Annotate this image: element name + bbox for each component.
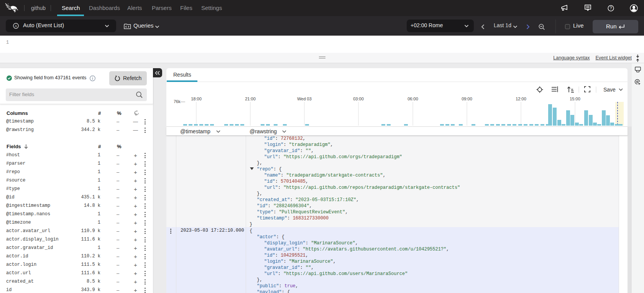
svg-text:?: ? (610, 6, 612, 10)
svg-text:A: A (15, 24, 17, 28)
